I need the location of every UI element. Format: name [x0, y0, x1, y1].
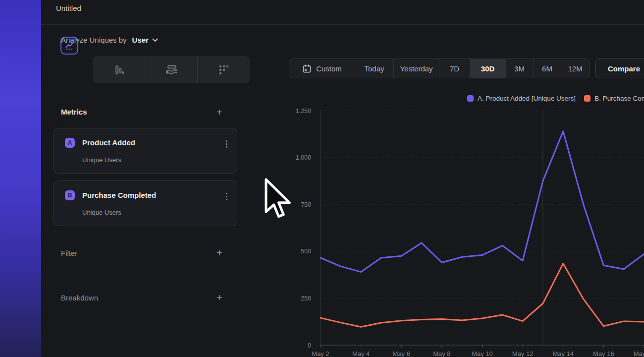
query-sidebar: Analyze Uniques by User: [41, 25, 250, 357]
metric-badge: B: [65, 190, 75, 200]
y-axis-tick-label: 0: [308, 342, 311, 349]
flow-icon: [165, 64, 178, 76]
x-axis-tick-label: May 6: [393, 350, 410, 357]
y-axis-tick-label: 500: [301, 248, 311, 255]
kebab-menu-icon[interactable]: [226, 140, 228, 149]
add-filter-button[interactable]: +: [214, 248, 225, 259]
tab-retention[interactable]: [197, 56, 250, 83]
x-axis-tick-label: May 4: [352, 350, 370, 357]
top-bar: Untitled: [41, 0, 644, 25]
tab-insights-active[interactable]: [60, 37, 78, 55]
add-metric-button[interactable]: +: [214, 107, 225, 118]
chevron-down-icon[interactable]: [152, 38, 158, 42]
analyze-by-value[interactable]: User: [132, 36, 149, 44]
line-chart: 02505007501,0001,250May 2May 4May 6May 8…: [250, 25, 644, 357]
line-chart-icon: [64, 40, 75, 51]
brand-gradient-strip: [0, 0, 41, 357]
report-title[interactable]: Untitled: [41, 0, 644, 12]
add-breakdown-button[interactable]: +: [214, 293, 225, 303]
filter-heading: Filter: [61, 249, 77, 257]
x-axis-tick-label: May 8: [433, 350, 450, 357]
y-axis-tick-label: 1,250: [296, 108, 311, 115]
y-axis-tick-label: 1,000: [296, 154, 311, 161]
metric-subtitle: Unique Users: [82, 156, 121, 164]
x-axis-tick-label: May 16: [593, 350, 614, 357]
kebab-menu-icon[interactable]: [226, 193, 228, 202]
metric-title: Purchase Completed: [82, 191, 156, 199]
tab-bar-chart[interactable]: [93, 56, 145, 83]
x-axis-tick-label: May 14: [552, 350, 574, 357]
bar-chart-icon: [113, 64, 125, 76]
y-axis-tick-label: 250: [301, 295, 311, 302]
metric-card-a[interactable]: AProduct AddedUnique Users: [54, 128, 237, 174]
x-axis-tick-label: May 12: [512, 350, 534, 357]
chart-type-tabs: [93, 56, 250, 83]
metric-title: Product Added: [82, 138, 135, 147]
y-axis-tick-label: 750: [301, 201, 311, 208]
chart-panel: CustomTodayYesterday7D30D3M6M12M Compare…: [250, 25, 644, 357]
app-window: Untitled Analyze Uniques by User: [41, 0, 644, 357]
metric-badge: A: [65, 138, 75, 148]
x-axis-tick-label: May 18: [634, 350, 644, 357]
series-line: [321, 263, 644, 327]
retention-grid-icon: [218, 64, 230, 76]
mouse-cursor: [263, 177, 294, 222]
x-axis-tick-label: May 2: [312, 350, 329, 357]
metric-subtitle: Unique Users: [82, 209, 121, 216]
tab-flow[interactable]: [145, 56, 197, 83]
breakdown-heading: Breakdown: [61, 294, 98, 302]
x-axis-tick-label: May 10: [472, 350, 493, 357]
metrics-heading: Metrics: [61, 108, 87, 116]
series-line: [321, 131, 644, 272]
metric-card-b[interactable]: BPurchase CompletedUnique Users: [54, 180, 237, 226]
